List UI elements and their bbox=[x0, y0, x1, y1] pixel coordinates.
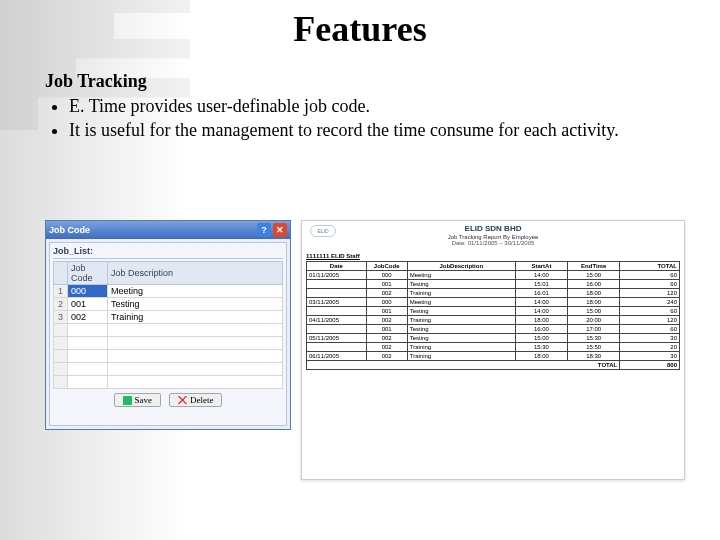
col-code: Job Code bbox=[68, 262, 108, 285]
jobcode-dialog: Job Code ? ✕ Job_List: Job Code Job Desc… bbox=[45, 220, 291, 430]
rcol-end: EndTime bbox=[568, 261, 620, 270]
panel-caption: Job_List: bbox=[53, 246, 283, 259]
col-rownum bbox=[54, 262, 68, 285]
bullet-item: It is useful for the management to recor… bbox=[69, 119, 685, 142]
table-row[interactable]: 2 001 Testing bbox=[54, 298, 283, 311]
table-row[interactable]: 3 002 Training bbox=[54, 311, 283, 324]
total-label: TOTAL bbox=[307, 360, 620, 369]
report-row: 01/11/2005000Meeting14:0015:0060 bbox=[307, 270, 680, 279]
table-row[interactable]: 1 000 Meeting bbox=[54, 285, 283, 298]
close-icon[interactable]: ✕ bbox=[273, 223, 287, 237]
table-row[interactable] bbox=[54, 337, 283, 350]
report-row: 001Testing16:0017:0060 bbox=[307, 324, 680, 333]
rcol-date: Date bbox=[307, 261, 367, 270]
report-row: 002Training16:0118:00120 bbox=[307, 288, 680, 297]
slide-title: Features bbox=[0, 8, 720, 50]
dialog-titlebar[interactable]: Job Code ? ✕ bbox=[46, 221, 290, 239]
rcol-start: StartAt bbox=[515, 261, 567, 270]
rcol-total: TOTAL bbox=[620, 261, 680, 270]
save-button[interactable]: Save bbox=[114, 393, 162, 407]
cell-selected[interactable]: 000 bbox=[68, 285, 108, 298]
rcol-desc: JobDescription bbox=[407, 261, 515, 270]
table-row[interactable] bbox=[54, 350, 283, 363]
report-employee: 1111111 ELID Staff bbox=[306, 253, 680, 259]
section-heading: Job Tracking bbox=[45, 70, 685, 93]
report-title: Job Tracking Report By Employee bbox=[306, 234, 680, 241]
delete-button[interactable]: Delete bbox=[169, 393, 222, 407]
bullet-item: E. Time provides user-definable job code… bbox=[69, 95, 685, 118]
delete-label: Delete bbox=[190, 395, 213, 405]
report-company: ELID SDN BHD bbox=[306, 225, 680, 234]
dialog-title: Job Code bbox=[49, 225, 255, 235]
report-row: 03/11/2005000Meeting14:0018:00240 bbox=[307, 297, 680, 306]
body-text: Job Tracking E. Time provides user-defin… bbox=[45, 70, 685, 144]
job-tracking-report: ELID ELID SDN BHD Job Tracking Report By… bbox=[301, 220, 685, 480]
table-row[interactable] bbox=[54, 363, 283, 376]
col-desc: Job Description bbox=[108, 262, 283, 285]
delete-icon bbox=[178, 396, 187, 405]
rcol-code: JobCode bbox=[366, 261, 407, 270]
report-date-range: Date: 01/11/2005 – 30/11/2005 bbox=[306, 240, 680, 247]
help-icon[interactable]: ? bbox=[257, 223, 271, 237]
report-row: 001Testing14:0015:0060 bbox=[307, 306, 680, 315]
grand-total: 800 bbox=[620, 360, 680, 369]
jobcode-table[interactable]: Job Code Job Description 1 000 Meeting 2… bbox=[53, 261, 283, 389]
table-row[interactable] bbox=[54, 324, 283, 337]
save-icon bbox=[123, 396, 132, 405]
report-row: 05/11/2005002Testing15:0015:3030 bbox=[307, 333, 680, 342]
report-row: 06/11/2005002Training18:0018:3030 bbox=[307, 351, 680, 360]
report-total-row: TOTAL 800 bbox=[307, 360, 680, 369]
table-row[interactable] bbox=[54, 376, 283, 389]
save-label: Save bbox=[135, 395, 153, 405]
company-logo: ELID bbox=[310, 225, 336, 237]
report-row: 001Testing15:0116:0060 bbox=[307, 279, 680, 288]
report-row: 002Training15:3015:5020 bbox=[307, 342, 680, 351]
report-table: Date JobCode JobDescription StartAt EndT… bbox=[306, 261, 680, 370]
report-row: 04/11/2005002Training18:0020:00120 bbox=[307, 315, 680, 324]
